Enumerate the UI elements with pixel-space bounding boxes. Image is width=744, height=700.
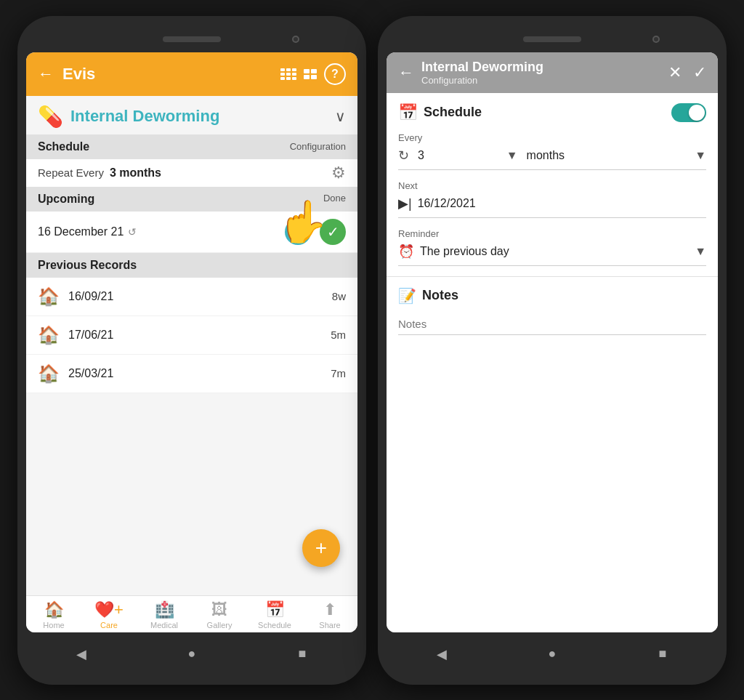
record-date-1: 17/06/21 — [68, 329, 322, 342]
collapse-icon[interactable]: ∨ — [335, 108, 346, 125]
nav-gallery[interactable]: 🖼 Gallery — [198, 600, 241, 629]
record-age-1: 5m — [331, 329, 346, 341]
notes-icon: 📝 — [398, 287, 416, 305]
every-unit: months — [527, 149, 687, 162]
home-record-icon-1: 🏠 — [38, 325, 60, 345]
record-row-1[interactable]: 🏠 17/06/21 5m — [26, 316, 357, 355]
config-title-main: Internal Deworming — [421, 60, 661, 75]
upcoming-event-row: 16 December 21 ↺ ✏ ✓ — [26, 212, 357, 253]
recents-nav-btn-left[interactable]: ■ — [291, 643, 314, 666]
notes-section: 📝 Notes — [387, 277, 718, 345]
toggle-knob — [689, 105, 705, 121]
speaker-left — [163, 36, 221, 42]
config-back-button[interactable]: ← — [398, 63, 414, 82]
list-view-icon[interactable] — [280, 68, 296, 80]
config-close-button[interactable]: ✕ — [668, 63, 682, 82]
prev-records-header: Previous Records — [26, 253, 357, 278]
left-screen: ← Evis ? 💊 Internal Deworming — [26, 52, 357, 632]
config-titles: Internal Deworming Configuration — [421, 60, 661, 86]
upcoming-header: Upcoming Done — [26, 187, 357, 212]
back-button[interactable]: ← — [38, 65, 54, 84]
reminder-row: ⏰ The previous day ▼ — [398, 244, 706, 266]
alarm-icon: ⏰ — [398, 244, 414, 260]
nav-medical[interactable]: 🏥 Medical — [142, 600, 186, 629]
notes-input[interactable] — [398, 313, 706, 335]
add-record-fab[interactable]: + — [302, 529, 340, 567]
recents-nav-btn-right[interactable]: ■ — [651, 643, 674, 666]
upcoming-label: Upcoming — [38, 193, 94, 206]
schedule-nav-label: Schedule — [258, 621, 291, 629]
config-confirm-button[interactable]: ✓ — [693, 63, 706, 82]
gallery-nav-icon: 🖼 — [211, 600, 227, 619]
refresh-icon: ↻ — [398, 148, 409, 164]
repeat-value: 3 months — [110, 166, 161, 180]
nav-schedule[interactable]: 📅 Schedule — [253, 600, 296, 629]
back-nav-btn-right[interactable]: ◀ — [430, 643, 453, 666]
nav-share[interactable]: ⬆ Share — [308, 600, 352, 629]
schedule-label: Schedule — [38, 140, 89, 153]
next-row: ▶| 16/12/2021 — [398, 196, 706, 218]
config-schedule-label: Schedule — [424, 105, 666, 120]
header-icons: ? — [280, 63, 346, 85]
gear-icon[interactable]: ⚙ — [331, 164, 346, 182]
share-nav-label: Share — [319, 621, 340, 629]
done-action[interactable]: Done — [323, 193, 346, 206]
every-value: 3 — [418, 149, 498, 162]
grid-view-icon[interactable] — [304, 69, 317, 79]
reminder-dropdown[interactable]: ▼ — [695, 245, 706, 258]
repeat-label: Repeat Every — [38, 166, 104, 179]
schedule-toggle[interactable] — [671, 103, 706, 122]
home-nav-btn-left[interactable]: ● — [180, 643, 203, 666]
care-nav-icon: ❤️+ — [94, 600, 124, 619]
calendar-icon: 📅 — [398, 103, 418, 122]
home-nav-label: Home — [43, 621, 64, 629]
repeat-icon: ↺ — [128, 226, 137, 238]
config-actions: ✕ ✓ — [668, 63, 706, 82]
home-record-icon-0: 🏠 — [38, 286, 60, 307]
schedule-top-row: 📅 Schedule — [398, 103, 706, 122]
medical-nav-label: Medical — [150, 621, 178, 629]
help-button[interactable]: ? — [324, 63, 346, 85]
record-date-2: 25/03/21 — [68, 367, 322, 380]
next-date-value: 16/12/2021 — [418, 197, 476, 210]
app-title: Evis — [62, 65, 272, 84]
record-row-0[interactable]: 🏠 16/09/21 8w — [26, 278, 357, 316]
medical-nav-icon: 🏥 — [155, 600, 174, 619]
reminder-label: Reminder — [398, 228, 706, 239]
home-record-icon-2: 🏠 — [38, 363, 60, 384]
schedule-card: Schedule Configuration Repeat Every 3 mo… — [26, 134, 357, 187]
main-title-row: 💊 Internal Deworming ∨ — [26, 96, 357, 134]
mark-done-button[interactable]: ✓ — [320, 219, 346, 245]
notes-top-row: 📝 Notes — [398, 287, 706, 305]
left-phone: ← Evis ? 💊 Internal Deworming — [17, 16, 366, 685]
notes-label: Notes — [422, 288, 458, 303]
camera-left — [292, 36, 299, 43]
play-next-icon: ▶| — [398, 196, 412, 212]
phone-top-bar-left — [26, 29, 357, 49]
bottom-bar-right: ◀ ● ■ — [387, 637, 718, 672]
record-row-2[interactable]: 🏠 25/03/21 7m — [26, 355, 357, 393]
nav-home[interactable]: 🏠 Home — [32, 600, 76, 629]
next-label: Next — [398, 180, 706, 191]
event-date: 16 December 21 ↺ — [38, 225, 276, 238]
bottom-nav: 🏠 Home ❤️+ Care 🏥 Medical 🖼 Gallery 📅 Sc… — [26, 595, 357, 632]
nav-care[interactable]: ❤️+ Care — [87, 600, 131, 629]
right-phone: ← Internal Deworming Configuration ✕ ✓ 📅… — [378, 16, 727, 685]
back-nav-btn-left[interactable]: ◀ — [70, 643, 93, 666]
config-header: ← Internal Deworming Configuration ✕ ✓ — [387, 52, 718, 93]
phone-top-bar-right — [387, 29, 718, 49]
pill-icon: 💊 — [38, 105, 63, 129]
configuration-button[interactable]: Configuration — [290, 141, 346, 152]
camera-right — [652, 36, 660, 43]
edit-event-button[interactable]: ✏ — [285, 219, 311, 245]
repeat-row: Repeat Every 3 months ⚙ — [26, 159, 357, 187]
home-nav-icon: 🏠 — [44, 600, 64, 619]
every-value-dropdown[interactable]: ▼ — [506, 149, 518, 162]
config-title-sub: Configuration — [421, 75, 661, 86]
schedule-nav-icon: 📅 — [265, 600, 285, 619]
home-nav-btn-right[interactable]: ● — [541, 643, 564, 666]
care-nav-label: Care — [100, 621, 118, 629]
gallery-nav-label: Gallery — [207, 621, 232, 629]
schedule-header: Schedule Configuration — [26, 134, 357, 159]
every-unit-dropdown[interactable]: ▼ — [695, 149, 706, 162]
